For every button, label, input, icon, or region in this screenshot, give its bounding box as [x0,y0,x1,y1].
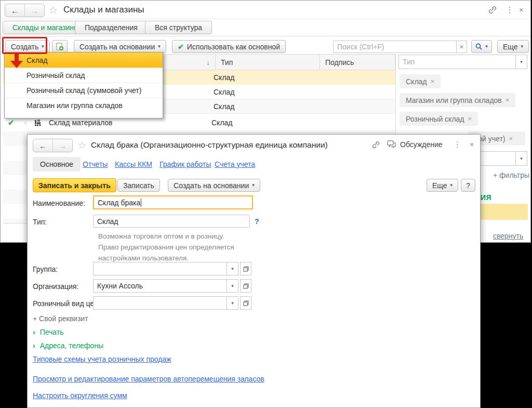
back-icon[interactable]: ← [33,139,53,152]
remove-tag-icon[interactable]: × [468,115,472,123]
column-header-type[interactable]: Тип [216,55,320,70]
org-value: Кухни Ассоль [97,282,143,290]
discussion-button[interactable]: Обсуждение [387,140,443,149]
chevron-down-icon[interactable]: ▾ [227,296,238,310]
close-dialog-icon[interactable]: × [470,140,474,149]
filter-type-placeholder: Тип [403,58,415,66]
tab-accounts-link[interactable]: Счета учета [215,160,255,168]
dialog-create-based-button[interactable]: Создать на основании▾ [168,179,260,192]
print-section-label: Печать [40,328,64,336]
open-record-icon[interactable] [240,262,251,275]
type-help-link[interactable]: ? [255,217,259,226]
column-header-caption[interactable]: Подпись [320,55,395,70]
type-input-value: Склад [97,217,118,226]
rounding-link[interactable]: Настроить округления сумм [33,391,127,400]
forward-icon[interactable]: → [53,139,72,152]
addresses-section-toggle[interactable]: ›Адреса, телефоны [33,341,103,350]
chevron-down-icon[interactable]: ▾ [515,55,527,69]
chevron-down-icon[interactable]: ▾ [227,262,238,275]
retail-price-field-label: Розничный вид цен: [33,299,100,308]
search-button[interactable]: ▾ [471,40,492,53]
tab-departments[interactable]: Подразделения [75,21,148,34]
help-label: ? [466,181,470,190]
chevron-down-icon[interactable]: ▾ [227,279,238,293]
retail-price-combo[interactable]: ▾ [93,296,251,310]
history-nav: ← → [5,4,45,17]
help-button[interactable]: ? [461,179,475,192]
chevron-down-icon: ▾ [450,183,453,188]
tab-reports-link[interactable]: Отчеты [83,160,108,168]
remove-tag-icon[interactable]: × [509,135,513,142]
filter-tag-label: Склад [406,77,427,86]
favorite-star-icon[interactable]: ☆ [49,4,58,16]
cell-type: Склад [208,88,309,96]
create-based-on-button[interactable]: Создать на основании▾ [74,40,166,53]
use-as-main-button[interactable]: ✔ Использовать как основной [172,40,286,53]
column-header-type-label: Тип [221,58,233,67]
search-input[interactable]: Поиск (Ctrl+F) [333,41,457,53]
dialog-create-based-label: Создать на основании [174,181,249,190]
back-icon[interactable]: ← [5,4,25,17]
auto-move-link[interactable]: Просмотр и редактирование параметров авт… [33,375,264,383]
remove-tag-icon[interactable]: × [431,77,435,85]
name-field-label: Наименование: [33,199,85,207]
create-group-button[interactable] [52,40,68,53]
org-combo[interactable]: Кухни Ассоль ▾ [93,279,251,293]
new-document-icon [56,43,63,51]
search-placeholder: Поиск (Ctrl+F) [337,43,384,51]
retail-schemes-link[interactable]: Типовые схемы учета розничных продаж [33,355,171,363]
filter-type-combo[interactable]: Тип ▾ [398,55,527,69]
copy-link-icon[interactable] [371,141,380,150]
type-input[interactable]: Склад [93,215,250,228]
tab-main[interactable]: Основное [33,157,81,172]
dialog-more-button[interactable]: Еще▾ [427,179,458,192]
tab-structure[interactable]: Вся структура [145,21,212,34]
kebab-menu-icon[interactable]: ⋮ [506,5,514,15]
chevron-down-icon[interactable]: ▾ [515,151,527,166]
create-based-on-label: Создать на основании [79,43,155,51]
collapse-link[interactable]: свернуть [493,232,523,240]
copy-link-icon[interactable] [488,6,497,16]
tabs-divider [1,36,530,36]
save-button[interactable]: Записать [117,179,160,192]
print-section-toggle[interactable]: ›Печать [33,328,64,336]
tab-schedule-link[interactable]: График работы [159,160,211,168]
chevron-right-icon: › [33,328,35,336]
page-title: Склады и магазины [63,5,144,15]
cell-name: Склад материалов [46,119,206,127]
filter-tag[interactable]: Магазин или группа складов× [400,93,515,107]
clear-search-button[interactable]: × [456,41,467,53]
save-close-button[interactable]: Записать и закрыть [33,178,116,192]
menu-item-store-group[interactable]: Магазин или группа складов [5,98,163,113]
open-record-icon[interactable] [240,279,251,293]
discussion-icon [387,140,396,149]
group-combo[interactable]: ▾ [93,262,251,275]
menu-item-label: Склад [26,56,48,64]
tab-main-label: Основное [40,160,73,168]
forward-icon[interactable]: → [25,4,44,17]
type-hint-line: Возможна торговля оптом и в розницу. [98,231,224,242]
menu-item-warehouse[interactable]: Склад [5,52,163,68]
name-input[interactable]: Склад брака [93,195,253,209]
kebab-menu-icon[interactable]: ⋮ [454,140,461,149]
menu-item-retail-warehouse[interactable]: Розничный склад [5,68,163,83]
cell-type: Склад [208,73,309,82]
list-more-button[interactable]: Еще▾ [497,40,529,53]
tab-kkm-link[interactable]: Кассы ККМ [115,160,152,168]
header-divider [1,19,530,19]
filter-tag[interactable]: Склад× [400,74,441,88]
menu-item-retail-warehouse-sum[interactable]: Розничный склад (суммовой учет) [5,83,163,98]
cell-type: Склад [208,102,309,111]
custom-attribute-link[interactable]: + Свой реквизит [33,314,88,323]
annotation-arrow-shaft [15,52,19,61]
filter-tag[interactable]: Розничный склад× [400,112,478,126]
remove-tag-icon[interactable]: × [506,96,510,104]
close-window-icon[interactable]: × [519,5,524,14]
annotation-arrow-head [10,61,23,68]
open-record-icon[interactable] [240,296,251,310]
annotation-create-highlight [2,37,47,54]
warehouse-icon [32,119,46,126]
favorite-star-icon[interactable]: ☆ [77,139,86,151]
add-filters-link[interactable]: + фильтры [493,171,529,179]
sort-desc-icon[interactable]: ↓ [206,58,210,67]
